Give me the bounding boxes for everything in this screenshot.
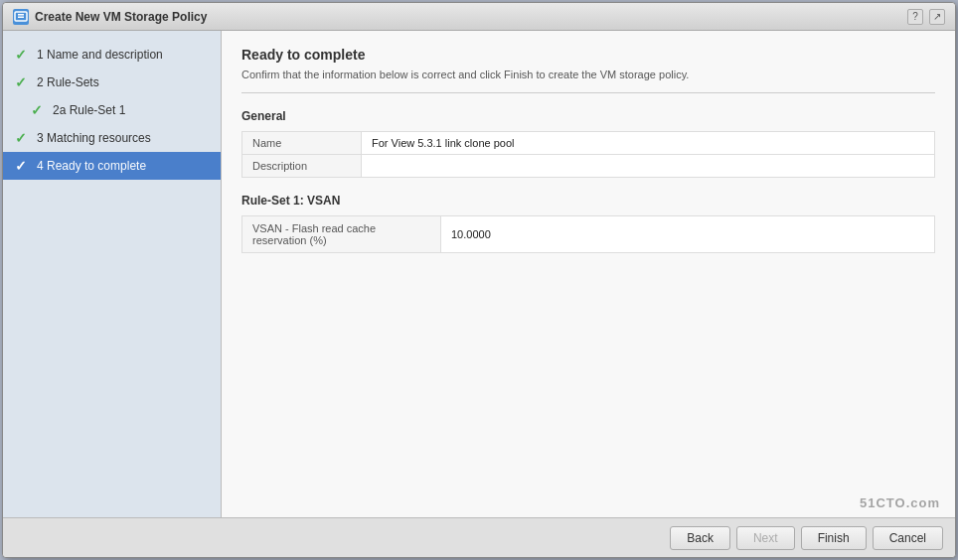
sidebar-item-step1[interactable]: ✓ 1 Name and description bbox=[3, 41, 221, 69]
sidebar-item-step3[interactable]: ✓ 3 Matching resources bbox=[3, 124, 221, 152]
sidebar-label-step1: 1 Name and description bbox=[37, 48, 209, 62]
check-icon-step1: ✓ bbox=[15, 47, 31, 63]
finish-button[interactable]: Finish bbox=[801, 526, 867, 550]
rule-value: 10.0000 bbox=[441, 216, 935, 253]
general-section-title: General bbox=[241, 109, 935, 123]
sidebar-label-step4: 4 Ready to complete bbox=[37, 159, 209, 173]
main-content: Ready to complete Confirm that the infor… bbox=[222, 31, 955, 517]
check-icon-step2a: ✓ bbox=[31, 102, 47, 118]
sidebar: ✓ 1 Name and description ✓ 2 Rule-Sets ✓… bbox=[3, 31, 222, 517]
sidebar-item-step4[interactable]: ✓ 4 Ready to complete bbox=[3, 152, 221, 180]
title-bar-left: Create New VM Storage Policy bbox=[13, 9, 207, 25]
table-row: Description bbox=[242, 155, 935, 178]
svg-rect-1 bbox=[18, 14, 24, 16]
general-table: Name For View 5.3.1 link clone pool Desc… bbox=[241, 131, 935, 178]
page-subtitle: Confirm that the information below is co… bbox=[241, 69, 935, 93]
check-icon-step2: ✓ bbox=[15, 74, 31, 90]
sidebar-item-step2[interactable]: ✓ 2 Rule-Sets bbox=[3, 69, 221, 96]
svg-rect-2 bbox=[18, 16, 24, 18]
description-label: Description bbox=[242, 155, 362, 178]
sidebar-label-step3: 3 Matching resources bbox=[37, 131, 209, 145]
create-vm-storage-policy-dialog: Create New VM Storage Policy ? ↗ ✓ 1 Nam… bbox=[2, 2, 956, 558]
rule-name-label: VSAN - Flash read cache reservation (%) bbox=[242, 216, 441, 253]
name-value: For View 5.3.1 link clone pool bbox=[362, 132, 935, 155]
table-row: Name For View 5.3.1 link clone pool bbox=[242, 132, 935, 155]
help-button[interactable]: ? bbox=[907, 9, 923, 25]
next-button[interactable]: Next bbox=[736, 526, 795, 550]
sidebar-label-step2a: 2a Rule-Set 1 bbox=[53, 103, 209, 117]
sidebar-item-step2a[interactable]: ✓ 2a Rule-Set 1 bbox=[3, 96, 221, 124]
footer: Back Next Finish Cancel bbox=[3, 517, 955, 557]
ruleset-table: VSAN - Flash read cache reservation (%) … bbox=[241, 215, 935, 253]
expand-button[interactable]: ↗ bbox=[929, 9, 945, 25]
title-bar-controls: ? ↗ bbox=[907, 9, 945, 25]
page-title: Ready to complete bbox=[241, 47, 935, 63]
cancel-button[interactable]: Cancel bbox=[873, 526, 943, 550]
name-label: Name bbox=[242, 132, 362, 155]
back-button[interactable]: Back bbox=[670, 526, 730, 550]
check-icon-step4: ✓ bbox=[15, 158, 31, 174]
sidebar-label-step2: 2 Rule-Sets bbox=[37, 75, 209, 89]
dialog-title: Create New VM Storage Policy bbox=[35, 10, 207, 24]
ruleset-section-title: Rule-Set 1: VSAN bbox=[241, 194, 935, 208]
dialog-icon bbox=[13, 9, 29, 25]
dialog-body: ✓ 1 Name and description ✓ 2 Rule-Sets ✓… bbox=[3, 31, 955, 517]
check-icon-step3: ✓ bbox=[15, 130, 31, 146]
description-value bbox=[362, 155, 935, 178]
table-row: VSAN - Flash read cache reservation (%) … bbox=[242, 216, 935, 253]
title-bar: Create New VM Storage Policy ? ↗ bbox=[3, 3, 955, 31]
